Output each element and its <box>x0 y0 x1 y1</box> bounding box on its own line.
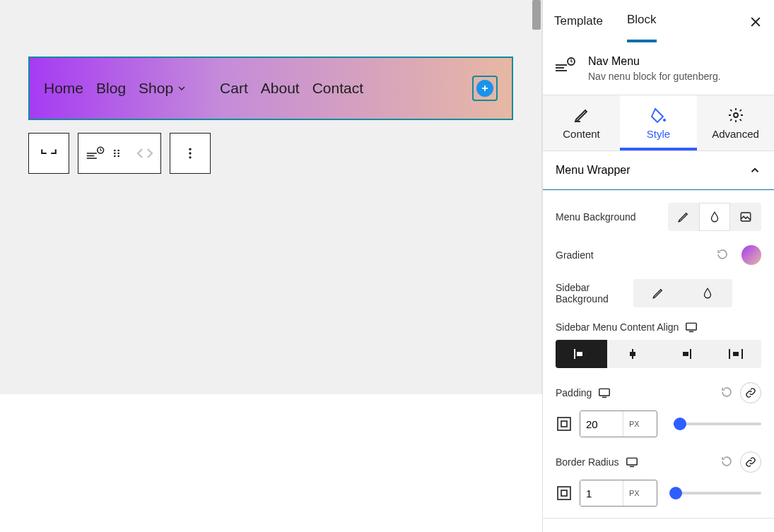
close-icon <box>749 15 763 29</box>
plus-icon <box>476 80 493 97</box>
toolbar-select-parent[interactable] <box>29 134 69 173</box>
nav-item-label: Shop <box>139 80 173 97</box>
subtab-style[interactable]: Style <box>620 95 697 150</box>
droplet-icon <box>701 287 714 300</box>
toolbar-move[interactable] <box>129 134 160 173</box>
desktop-icon[interactable] <box>684 321 698 333</box>
svg-point-22 <box>663 119 666 122</box>
bg-type-classic[interactable] <box>668 203 699 231</box>
label-padding: Padding <box>556 387 592 398</box>
droplet-icon <box>708 211 721 223</box>
svg-point-8 <box>114 153 116 155</box>
align-right[interactable] <box>659 340 710 368</box>
sidebar-bg-type-group <box>633 279 732 307</box>
radius-reset[interactable] <box>720 455 734 469</box>
scrollbar-thumb[interactable] <box>532 0 541 30</box>
svg-rect-40 <box>626 458 636 465</box>
svg-rect-42 <box>558 487 570 500</box>
desktop-icon[interactable] <box>625 456 639 468</box>
nav-menu-block[interactable]: Home Blog Shop Cart About Contact <box>28 57 513 120</box>
radius-input[interactable] <box>580 480 623 506</box>
svg-rect-28 <box>577 352 582 356</box>
link-icon <box>745 387 756 398</box>
align-left[interactable] <box>556 340 607 368</box>
subtab-label: Advanced <box>712 128 759 140</box>
toolbar-more-options[interactable] <box>170 134 210 173</box>
add-block-button[interactable] <box>472 76 498 101</box>
close-sidebar-button[interactable] <box>749 15 763 29</box>
panel-menu-wrapper-toggle[interactable]: Menu Wrapper <box>543 151 774 190</box>
svg-point-23 <box>734 113 738 117</box>
kebab-icon <box>183 146 197 160</box>
tab-template[interactable]: Template <box>554 14 603 41</box>
svg-point-12 <box>189 148 191 150</box>
gear-icon <box>727 107 744 124</box>
box-model-icon <box>556 415 573 432</box>
desktop-icon[interactable] <box>597 387 611 398</box>
menu-bg-type-group <box>668 203 761 231</box>
pen-icon <box>573 107 590 124</box>
padding-link-sides[interactable] <box>740 382 761 403</box>
svg-rect-35 <box>733 352 739 356</box>
bg-type-image[interactable] <box>730 203 761 231</box>
label-gradient: Gradient <box>556 249 709 261</box>
block-toolbar <box>28 133 513 174</box>
padding-unit[interactable]: PX <box>623 411 645 437</box>
nav-item-blog[interactable]: Blog <box>96 80 126 97</box>
nav-item-about[interactable]: About <box>261 80 300 97</box>
paint-bucket-icon <box>650 107 667 124</box>
label-sidebar-align: Sidebar Menu Content Align <box>556 321 679 333</box>
svg-point-7 <box>117 150 119 152</box>
block-description: Nav nenu block for gutenberg. <box>588 71 721 82</box>
svg-rect-33 <box>729 349 730 359</box>
sidebar-align-group <box>556 340 761 368</box>
gradient-swatch[interactable] <box>741 245 761 265</box>
align-justify[interactable] <box>710 340 761 368</box>
editor-canvas: Home Blog Shop Cart About Contact <box>0 0 542 394</box>
nav-item-home[interactable]: Home <box>44 80 83 97</box>
padding-reset[interactable] <box>720 386 734 400</box>
reset-icon <box>720 386 733 398</box>
subtab-content[interactable]: Content <box>543 95 620 150</box>
link-icon <box>745 456 756 468</box>
panel-title: Menu Wrapper <box>556 164 631 177</box>
padding-slider[interactable] <box>664 422 761 425</box>
reset-icon <box>716 248 729 261</box>
svg-rect-31 <box>690 349 691 359</box>
subtab-label: Content <box>563 128 600 140</box>
toolbar-block-type[interactable] <box>78 134 129 173</box>
svg-rect-38 <box>558 418 570 430</box>
sidebar-bg-classic[interactable] <box>633 279 683 307</box>
padding-input[interactable] <box>580 411 623 437</box>
svg-rect-34 <box>741 349 743 359</box>
box-model-icon <box>556 485 573 502</box>
label-sidebar-background: Sidebar Background <box>556 282 626 305</box>
image-icon <box>739 211 752 223</box>
svg-point-9 <box>117 153 119 155</box>
chevron-down-icon <box>176 83 187 94</box>
pencil-icon <box>677 211 690 223</box>
nav-item-contact[interactable]: Contact <box>312 80 363 97</box>
radius-slider[interactable] <box>664 492 761 495</box>
gradient-reset[interactable] <box>716 248 730 262</box>
svg-rect-39 <box>561 421 567 427</box>
align-center[interactable] <box>607 340 659 368</box>
subtab-advanced[interactable]: Advanced <box>697 95 774 150</box>
canvas-scrollbar[interactable] <box>531 0 541 394</box>
tab-block[interactable]: Block <box>627 13 657 42</box>
radius-link-sides[interactable] <box>740 451 761 473</box>
svg-point-11 <box>117 155 119 158</box>
label-border-radius: Border Radius <box>556 456 619 468</box>
sidebar-bg-gradient[interactable] <box>683 279 732 307</box>
nav-item-cart[interactable]: Cart <box>220 80 248 97</box>
drag-handle-icon <box>111 148 122 159</box>
settings-sidebar: Template Block Nav Menu Nav nenu block f… <box>542 0 774 532</box>
nav-menu-block-icon <box>554 55 578 75</box>
nav-item-shop[interactable]: Shop <box>139 80 187 97</box>
block-title: Nav Menu <box>588 55 721 68</box>
svg-rect-25 <box>686 323 696 330</box>
radius-unit[interactable]: PX <box>623 480 645 506</box>
svg-rect-24 <box>741 213 751 221</box>
subtab-label: Style <box>647 128 670 140</box>
bg-type-gradient[interactable] <box>699 203 730 231</box>
